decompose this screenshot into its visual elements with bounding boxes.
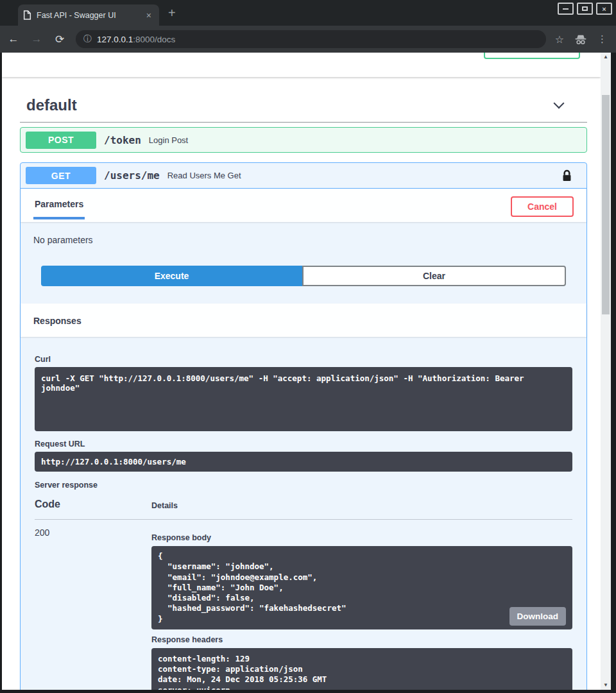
response-headers-label: Response headers — [151, 635, 572, 644]
section-divider — [20, 122, 587, 123]
code-column-header: Code — [35, 499, 151, 510]
clear-button[interactable]: Clear — [302, 266, 566, 286]
response-headers-block: content-length: 129 content-type: applic… — [151, 648, 572, 690]
scheme-container — [2, 53, 601, 77]
back-icon[interactable]: ← — [6, 33, 21, 46]
document-icon — [23, 10, 31, 20]
browser-toolbar: ← → ⟳ ⓘ 127.0.0.1:8000/docs ☆ ⋮ — [0, 26, 616, 53]
post-method-badge: POST — [26, 132, 96, 149]
status-code: 200 — [35, 527, 151, 690]
no-parameters-text: No parameters — [21, 222, 586, 245]
window-close-button[interactable]: × — [596, 3, 612, 15]
details-column-header: Details — [151, 501, 178, 510]
scrollbar-up-arrow[interactable]: ▲ — [601, 53, 611, 62]
responses-section-header: Responses — [21, 304, 586, 337]
scrollbar[interactable]: ▲ ▼ — [601, 53, 611, 690]
endpoint-summary: Read Users Me Get — [167, 171, 554, 180]
server-response-label: Server response — [35, 481, 572, 490]
response-body-json: { "username": "johndoe", "email": "johnd… — [158, 551, 566, 624]
forward-icon[interactable]: → — [30, 33, 44, 46]
page-viewport: default POST /token Login Post GET /user… — [2, 53, 601, 690]
tab-parameters[interactable]: Parameters — [33, 199, 85, 219]
reload-icon[interactable]: ⟳ — [53, 33, 67, 46]
response-body-block: { "username": "johndoe", "email": "johnd… — [151, 546, 572, 629]
response-table-header: Code Details — [35, 499, 572, 520]
responses-title: Responses — [33, 316, 81, 326]
tab-close-icon[interactable]: × — [144, 10, 154, 21]
bookmark-star-icon[interactable]: ☆ — [555, 33, 564, 46]
browser-tabstrip: Fast API - Swagger UI × + × — [0, 0, 616, 26]
authorize-button[interactable] — [484, 53, 580, 59]
request-url-text: http://127.0.0.1:8000/users/me — [41, 457, 186, 466]
response-body-label: Response body — [151, 533, 572, 542]
scrollbar-down-arrow[interactable]: ▼ — [601, 681, 611, 690]
curl-command-text: curl -X GET "http://127.0.0.1:8000/users… — [41, 373, 524, 393]
parameters-tab-header: Parameters Cancel — [21, 189, 586, 222]
tag-section-default[interactable]: default — [20, 77, 587, 122]
curl-command-block[interactable]: curl -X GET "http://127.0.0.1:8000/users… — [35, 367, 572, 431]
opblock-post-token: POST /token Login Post — [20, 127, 587, 153]
download-button[interactable]: Download — [509, 607, 567, 626]
opblock-get-users-me: GET /users/me Read Users Me Get Paramete… — [20, 162, 587, 690]
url-text: 127.0.0.1:8000/docs — [97, 35, 175, 44]
endpoint-summary: Login Post — [149, 135, 581, 145]
window-minimize-button[interactable] — [558, 3, 574, 15]
endpoint-path: /users/me — [104, 169, 160, 182]
window-maximize-button[interactable] — [577, 3, 593, 15]
request-url-block: http://127.0.0.1:8000/users/me — [35, 452, 572, 472]
curl-label: Curl — [35, 355, 572, 364]
response-headers-text: content-length: 129 content-type: applic… — [158, 654, 566, 690]
execute-button[interactable]: Execute — [41, 266, 302, 286]
chevron-down-icon[interactable] — [554, 98, 565, 109]
opblock-summary-post[interactable]: POST /token Login Post — [21, 128, 586, 152]
endpoint-path: /token — [104, 134, 141, 146]
section-title: default — [26, 96, 77, 114]
incognito-icon[interactable] — [574, 34, 587, 45]
tab-title: Fast API - Swagger UI — [37, 11, 139, 20]
get-method-badge: GET — [26, 167, 96, 184]
scrollbar-thumb[interactable] — [602, 95, 610, 314]
address-bar[interactable]: ⓘ 127.0.0.1:8000/docs — [76, 30, 546, 48]
new-tab-button[interactable]: + — [168, 6, 176, 19]
browser-menu-icon[interactable]: ⋮ — [597, 33, 607, 45]
response-row-200: 200 Response body { "username": "johndoe… — [35, 520, 572, 690]
site-info-icon[interactable]: ⓘ — [83, 33, 92, 45]
request-url-label: Request URL — [35, 440, 572, 449]
cancel-button[interactable]: Cancel — [511, 196, 574, 217]
opblock-summary-get[interactable]: GET /users/me Read Users Me Get — [21, 163, 586, 189]
browser-tab-active[interactable]: Fast API - Swagger UI × — [18, 4, 159, 26]
lock-icon[interactable] — [561, 169, 572, 182]
